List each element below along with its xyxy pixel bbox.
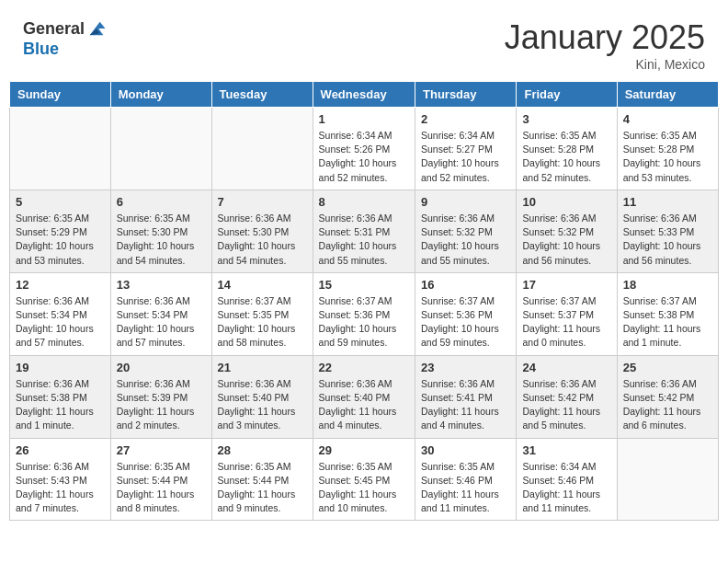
day-number: 11 [623,195,712,209]
day-number: 9 [421,195,510,209]
calendar-cell: 17Sunrise: 6:37 AM Sunset: 5:37 PM Dayli… [517,272,617,355]
calendar-cell: 14Sunrise: 6:37 AM Sunset: 5:35 PM Dayli… [211,272,313,355]
day-info: Sunrise: 6:36 AM Sunset: 5:39 PM Dayligh… [117,377,206,433]
day-number: 7 [218,195,307,209]
weekday-header-tuesday: Tuesday [211,82,313,108]
day-info: Sunrise: 6:36 AM Sunset: 5:32 PM Dayligh… [522,212,610,268]
day-info: Sunrise: 6:37 AM Sunset: 5:38 PM Dayligh… [623,294,712,350]
day-number: 1 [319,112,409,126]
day-info: Sunrise: 6:35 AM Sunset: 5:46 PM Dayligh… [421,460,510,516]
day-number: 22 [319,361,409,374]
calendar-cell: 7Sunrise: 6:36 AM Sunset: 5:30 PM Daylig… [211,190,313,272]
day-number: 20 [117,361,206,374]
day-info: Sunrise: 6:34 AM Sunset: 5:46 PM Dayligh… [522,460,610,516]
day-number: 12 [16,278,105,292]
day-number: 28 [218,443,307,457]
day-number: 27 [117,443,206,457]
calendar-cell: 19Sunrise: 6:36 AM Sunset: 5:38 PM Dayli… [10,355,111,438]
day-info: Sunrise: 6:35 AM Sunset: 5:30 PM Dayligh… [117,212,206,268]
day-number: 24 [522,361,610,374]
day-info: Sunrise: 6:35 AM Sunset: 5:28 PM Dayligh… [522,129,610,185]
title-block: January 2025 Kini, Mexico [505,18,705,72]
calendar-cell: 28Sunrise: 6:35 AM Sunset: 5:44 PM Dayli… [211,438,313,521]
weekday-header-sunday: Sunday [10,82,111,108]
day-number: 16 [421,278,510,292]
calendar-cell: 29Sunrise: 6:35 AM Sunset: 5:45 PM Dayli… [313,438,415,521]
day-info: Sunrise: 6:37 AM Sunset: 5:36 PM Dayligh… [421,294,510,350]
day-number: 29 [319,443,409,457]
week-row-4: 19Sunrise: 6:36 AM Sunset: 5:38 PM Dayli… [10,355,719,438]
calendar-cell: 25Sunrise: 6:36 AM Sunset: 5:42 PM Dayli… [617,355,718,438]
calendar-cell: 5Sunrise: 6:35 AM Sunset: 5:29 PM Daylig… [10,190,111,272]
calendar-cell: 13Sunrise: 6:36 AM Sunset: 5:34 PM Dayli… [110,272,211,355]
calendar-cell: 8Sunrise: 6:36 AM Sunset: 5:31 PM Daylig… [313,190,415,272]
weekday-header-monday: Monday [110,82,211,108]
day-info: Sunrise: 6:35 AM Sunset: 5:45 PM Dayligh… [319,460,409,516]
calendar-cell: 12Sunrise: 6:36 AM Sunset: 5:34 PM Dayli… [10,272,111,355]
calendar-title: January 2025 [505,18,705,57]
day-number: 19 [16,361,105,374]
weekday-header-thursday: Thursday [415,82,517,108]
day-info: Sunrise: 6:35 AM Sunset: 5:29 PM Dayligh… [16,212,105,268]
day-number: 4 [623,112,712,126]
day-number: 26 [16,443,105,457]
day-number: 25 [623,361,712,374]
week-row-5: 26Sunrise: 6:36 AM Sunset: 5:43 PM Dayli… [10,438,719,521]
day-info: Sunrise: 6:37 AM Sunset: 5:35 PM Dayligh… [218,294,307,350]
calendar-cell: 24Sunrise: 6:36 AM Sunset: 5:42 PM Dayli… [517,355,617,438]
calendar-cell: 1Sunrise: 6:34 AM Sunset: 5:26 PM Daylig… [313,108,415,190]
day-number: 18 [623,278,712,292]
day-info: Sunrise: 6:36 AM Sunset: 5:30 PM Dayligh… [218,212,307,268]
day-number: 15 [319,278,409,292]
calendar-cell [211,108,313,190]
calendar-table: SundayMondayTuesdayWednesdayThursdayFrid… [9,81,719,521]
logo: General Blue [23,18,107,59]
day-info: Sunrise: 6:36 AM Sunset: 5:40 PM Dayligh… [319,377,409,433]
day-number: 17 [522,278,610,292]
day-number: 23 [421,361,510,374]
day-info: Sunrise: 6:36 AM Sunset: 5:42 PM Dayligh… [522,377,610,433]
weekday-header-row: SundayMondayTuesdayWednesdayThursdayFrid… [10,82,719,108]
day-info: Sunrise: 6:36 AM Sunset: 5:34 PM Dayligh… [16,294,105,350]
day-info: Sunrise: 6:37 AM Sunset: 5:36 PM Dayligh… [319,294,409,350]
day-info: Sunrise: 6:36 AM Sunset: 5:40 PM Dayligh… [218,377,307,433]
day-info: Sunrise: 6:36 AM Sunset: 5:33 PM Dayligh… [623,212,712,268]
day-number: 8 [319,195,409,209]
calendar-cell: 26Sunrise: 6:36 AM Sunset: 5:43 PM Dayli… [10,438,111,521]
day-number: 14 [218,278,307,292]
day-info: Sunrise: 6:36 AM Sunset: 5:31 PM Dayligh… [319,212,409,268]
logo-general: General [23,20,85,39]
weekday-header-saturday: Saturday [617,82,718,108]
logo-blue: Blue [23,40,107,59]
day-number: 13 [117,278,206,292]
day-info: Sunrise: 6:34 AM Sunset: 5:26 PM Dayligh… [319,129,409,185]
calendar-cell: 18Sunrise: 6:37 AM Sunset: 5:38 PM Dayli… [617,272,718,355]
calendar-cell: 23Sunrise: 6:36 AM Sunset: 5:41 PM Dayli… [415,355,517,438]
day-info: Sunrise: 6:35 AM Sunset: 5:44 PM Dayligh… [218,460,307,516]
calendar-cell: 4Sunrise: 6:35 AM Sunset: 5:28 PM Daylig… [617,108,718,190]
week-row-3: 12Sunrise: 6:36 AM Sunset: 5:34 PM Dayli… [10,272,719,355]
day-info: Sunrise: 6:36 AM Sunset: 5:38 PM Dayligh… [16,377,105,433]
calendar-cell: 3Sunrise: 6:35 AM Sunset: 5:28 PM Daylig… [517,108,617,190]
day-info: Sunrise: 6:36 AM Sunset: 5:43 PM Dayligh… [16,460,105,516]
calendar-cell: 31Sunrise: 6:34 AM Sunset: 5:46 PM Dayli… [517,438,617,521]
day-number: 21 [218,361,307,374]
day-number: 3 [522,112,610,126]
header: General Blue January 2025 Kini, Mexico [9,9,719,76]
day-info: Sunrise: 6:36 AM Sunset: 5:32 PM Dayligh… [421,212,510,268]
calendar-cell: 22Sunrise: 6:36 AM Sunset: 5:40 PM Dayli… [313,355,415,438]
day-number: 2 [421,112,510,126]
calendar-cell: 11Sunrise: 6:36 AM Sunset: 5:33 PM Dayli… [617,190,718,272]
calendar-cell [10,108,111,190]
day-info: Sunrise: 6:34 AM Sunset: 5:27 PM Dayligh… [421,129,510,185]
calendar-cell [110,108,211,190]
calendar-cell: 20Sunrise: 6:36 AM Sunset: 5:39 PM Dayli… [110,355,211,438]
calendar-cell [617,438,718,521]
day-info: Sunrise: 6:36 AM Sunset: 5:42 PM Dayligh… [623,377,712,433]
calendar-subtitle: Kini, Mexico [505,57,705,72]
day-info: Sunrise: 6:35 AM Sunset: 5:44 PM Dayligh… [117,460,206,516]
calendar-cell: 9Sunrise: 6:36 AM Sunset: 5:32 PM Daylig… [415,190,517,272]
day-number: 6 [117,195,206,209]
day-number: 10 [522,195,610,209]
week-row-1: 1Sunrise: 6:34 AM Sunset: 5:26 PM Daylig… [10,108,719,190]
